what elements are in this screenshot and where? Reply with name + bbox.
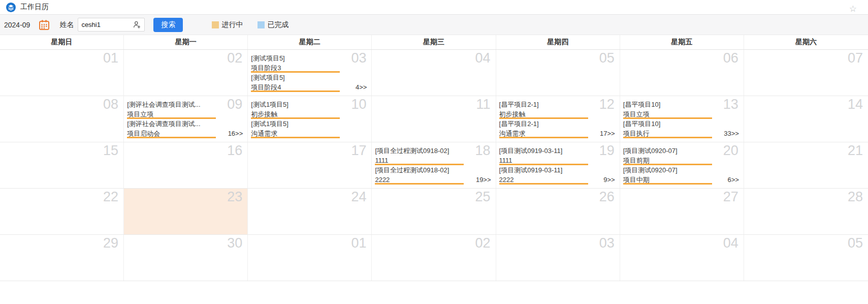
day-cell[interactable]: 10[测试1项目5]初步接触[测试1项目5]沟通需求 [248, 96, 372, 142]
event-stage-row: 项目执行33>> [623, 129, 741, 138]
event-stage[interactable]: 项目阶段4 [251, 82, 340, 92]
event-stage-row: 初步接触 [499, 109, 617, 119]
event-project-name[interactable]: [测评社会调查项目测试... [127, 119, 244, 129]
day-cell[interactable]: 17 [248, 142, 372, 188]
legend-label: 进行中 [221, 20, 243, 29]
in-progress-swatch [212, 21, 219, 28]
event-stage[interactable]: 项目启动会 [127, 129, 216, 138]
event-project-name[interactable]: [项目全过程测试0918-02] [375, 146, 492, 156]
day-cell[interactable]: 04 [372, 50, 496, 96]
day-cell[interactable]: 04 [620, 235, 744, 281]
day-cell[interactable]: 24 [248, 189, 372, 234]
event-stage[interactable]: 初步接触 [499, 109, 588, 119]
more-indicator[interactable]: 4>> [356, 82, 368, 92]
event-stage[interactable]: 项目立项 [623, 109, 712, 119]
event-stage-row: 项目阶段3 [251, 63, 368, 73]
day-cell[interactable]: 20[项目测试0920-07]项目前期[项目测试0920-07]项目中期6>> [620, 142, 744, 188]
name-input[interactable] [81, 21, 133, 28]
day-cell[interactable]: 02 [124, 50, 248, 96]
event-stage-row: 项目立项 [623, 109, 741, 119]
day-cell[interactable]: 11 [372, 96, 496, 142]
more-indicator[interactable]: 9>> [603, 175, 616, 185]
event-project-name[interactable]: [昌平项目2-1] [499, 119, 617, 129]
event-list: [昌平项目10]项目立项[昌平项目10]项目执行33>> [623, 100, 741, 138]
day-number: 06 [723, 50, 738, 66]
event-stage[interactable]: 项目中期 [623, 175, 712, 185]
day-cell[interactable]: 05 [744, 235, 868, 281]
event-stage[interactable]: 初步接触 [251, 109, 340, 119]
event-project-name[interactable]: [测试项目5] [251, 53, 368, 63]
day-number: 02 [475, 235, 491, 251]
day-cell[interactable]: 03[测试项目5]项目阶段3[测试项目5]项目阶段44>> [248, 50, 372, 96]
day-cell[interactable]: 16 [124, 142, 248, 188]
day-cell[interactable]: 14 [744, 96, 868, 142]
day-cell[interactable]: 19[项目测试0919-03-11]1111[项目测试0919-03-11]22… [496, 142, 620, 188]
day-number: 05 [848, 235, 863, 251]
day-cell[interactable]: 29 [0, 235, 124, 281]
completed-swatch [258, 21, 265, 28]
event-project-name[interactable]: [测试1项目5] [251, 100, 368, 109]
day-cell[interactable]: 12[昌平项目2-1]初步接触[昌平项目2-1]沟通需求17>> [496, 96, 620, 142]
more-indicator[interactable]: 16>> [228, 129, 245, 138]
event-list: [项目全过程测试0918-02]1111[项目全过程测试0918-02]2222… [375, 146, 492, 185]
more-indicator[interactable]: 6>> [727, 175, 740, 185]
day-cell[interactable]: 21 [744, 142, 868, 188]
day-cell[interactable]: 25 [372, 189, 496, 234]
day-number: 14 [848, 97, 863, 112]
day-cell[interactable]: 01 [248, 235, 372, 281]
day-cell[interactable]: 08 [0, 96, 124, 142]
day-cell[interactable]: 01 [0, 50, 124, 96]
event-stage[interactable]: 项目执行 [623, 129, 712, 138]
more-indicator[interactable]: 33>> [724, 129, 741, 138]
day-cell[interactable]: 06 [620, 50, 744, 96]
day-cell[interactable]: 26 [496, 189, 620, 234]
day-cell[interactable]: 23 [124, 189, 248, 234]
day-cell[interactable]: 02 [372, 235, 496, 281]
event-stage[interactable]: 沟通需求 [251, 129, 340, 138]
event-project-name[interactable]: [项目测试0920-07] [623, 165, 741, 175]
day-cell[interactable]: 07 [744, 50, 868, 96]
day-cell[interactable]: 27 [620, 189, 744, 234]
month-selector[interactable]: 2024-09 [4, 21, 30, 29]
event-stage-row: 22229>> [499, 175, 617, 185]
event-stage[interactable]: 2222 [499, 175, 588, 185]
legend-item-in-progress: 进行中 [212, 20, 243, 29]
event-stage[interactable]: 沟通需求 [499, 129, 588, 138]
event-project-name[interactable]: [项目测试0919-03-11] [499, 146, 617, 156]
layers-icon [6, 3, 16, 12]
event-project-name[interactable]: [测试1项目5] [251, 119, 368, 129]
more-indicator[interactable]: 19>> [476, 175, 493, 185]
day-cell[interactable]: 13[昌平项目10]项目立项[昌平项目10]项目执行33>> [620, 96, 744, 142]
day-cell[interactable]: 05 [496, 50, 620, 96]
event-project-name[interactable]: [测试项目5] [251, 73, 368, 82]
calendar-icon[interactable] [38, 19, 50, 31]
event-stage[interactable]: 1111 [375, 156, 464, 165]
search-button[interactable]: 搜索 [153, 18, 183, 32]
toolbar: 2024-09 姓名 搜索 进行中 已完成 [0, 15, 868, 35]
more-indicator[interactable]: 17>> [600, 129, 617, 138]
day-cell[interactable]: 15 [0, 142, 124, 188]
event-project-name[interactable]: [昌平项目2-1] [499, 100, 617, 109]
event-stage[interactable]: 项目阶段3 [251, 63, 340, 73]
day-cell[interactable]: 03 [496, 235, 620, 281]
event-project-name[interactable]: [测评社会调查项目测试... [127, 100, 244, 109]
day-cell[interactable]: 09[测评社会调查项目测试...项目立项[测评社会调查项目测试...项目启动会1… [124, 96, 248, 142]
event-project-name[interactable]: [项目全过程测试0918-02] [375, 165, 492, 175]
event-project-name[interactable]: [项目测试0920-07] [623, 146, 741, 156]
day-cell[interactable]: 18[项目全过程测试0918-02]1111[项目全过程测试0918-02]22… [372, 142, 496, 188]
event-stage[interactable]: 项目立项 [127, 109, 216, 119]
day-cell[interactable]: 22 [0, 189, 124, 234]
event-stage[interactable]: 1111 [499, 156, 588, 165]
person-add-icon[interactable] [133, 20, 141, 29]
event-project-name[interactable]: [昌平项目10] [623, 100, 741, 109]
event-project-name[interactable]: [项目测试0919-03-11] [499, 165, 617, 175]
day-number: 26 [599, 189, 615, 205]
star-icon[interactable]: ☆ [849, 5, 857, 13]
day-cell[interactable]: 30 [124, 235, 248, 281]
event-stage[interactable]: 2222 [375, 175, 464, 185]
event-list: [昌平项目2-1]初步接触[昌平项目2-1]沟通需求17>> [499, 100, 617, 138]
event-project-name[interactable]: [昌平项目10] [623, 119, 741, 129]
event-stage[interactable]: 项目前期 [623, 156, 712, 165]
day-number: 27 [723, 189, 738, 205]
day-cell[interactable]: 28 [744, 189, 868, 234]
